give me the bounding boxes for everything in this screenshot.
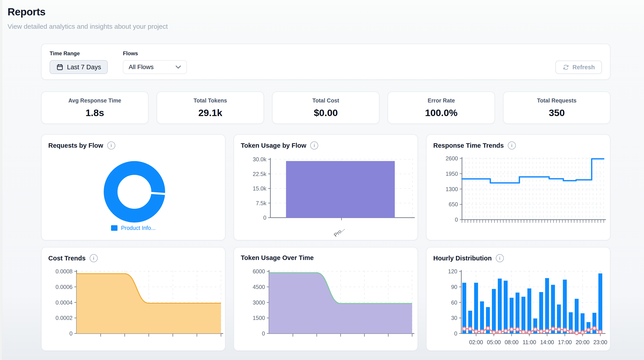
stat-label: Total Tokens: [194, 97, 227, 104]
stat-label: Total Requests: [537, 97, 576, 104]
time-range-button[interactable]: Last 7 Days: [50, 60, 108, 74]
refresh-button[interactable]: Refresh: [556, 61, 602, 74]
line-chart-response-time-trends[interactable]: 0650130019502600: [426, 135, 610, 240]
svg-text:17:00: 17:00: [558, 339, 572, 345]
chart-title: Requests by Flow: [48, 142, 103, 149]
info-icon[interactable]: i: [90, 254, 98, 262]
info-icon[interactable]: i: [310, 141, 318, 149]
flows-select[interactable]: All Flows: [123, 60, 187, 74]
stat-label: Avg Response Time: [68, 97, 121, 104]
stat-value: 29.1k: [198, 107, 222, 118]
svg-text:1950: 1950: [446, 171, 458, 177]
chart-title: Token Usage Over Time: [241, 254, 314, 262]
svg-text:11:00: 11:00: [522, 339, 536, 345]
svg-text:0: 0: [263, 215, 266, 221]
flows-group: Flows All Flows: [123, 50, 187, 74]
area-chart-token-usage-over-time[interactable]: 01500300045006000: [234, 248, 418, 350]
info-icon[interactable]: i: [107, 141, 115, 149]
svg-text:4500: 4500: [252, 284, 265, 290]
chart-card-response-time-trends: Response Time Trends i 0650130019502600: [426, 134, 610, 240]
svg-text:0: 0: [262, 330, 265, 337]
legend-label: Product Info...: [121, 225, 156, 231]
svg-text:0: 0: [454, 330, 457, 337]
bar-line-chart-hourly-distribution[interactable]: 0306090120 02:0005:0008:0011:0014:0017:0…: [426, 248, 610, 350]
stat-value: 100.0%: [425, 107, 458, 118]
stat-card-avg-response-time: Avg Response Time 1.8s: [41, 92, 148, 124]
stat-card-total-requests: Total Requests 350: [503, 92, 610, 124]
stat-card-error-rate: Error Rate 100.0%: [388, 92, 495, 124]
reports-content: Time Range Last 7 Days Flows All Flows: [41, 44, 610, 351]
chart-title: Cost Trends: [48, 255, 86, 262]
svg-text:6000: 6000: [252, 268, 265, 274]
chart-card-hourly-distribution: Hourly Distribution i 0306090120 02:0005…: [426, 247, 610, 351]
svg-text:30: 30: [451, 315, 457, 321]
donut-chart-requests-by-flow[interactable]: [42, 135, 225, 240]
svg-text:0.0006: 0.0006: [56, 284, 72, 290]
svg-text:0.0004: 0.0004: [56, 299, 73, 306]
svg-text:23:00: 23:00: [593, 339, 607, 345]
chart-card-cost-trends: Cost Trends i 00.00020.00040.00060.0008: [41, 247, 226, 351]
svg-text:3000: 3000: [252, 299, 265, 306]
svg-text:30.0k: 30.0k: [253, 156, 266, 162]
svg-text:2600: 2600: [446, 155, 458, 161]
svg-text:60: 60: [451, 299, 457, 306]
flows-label: Flows: [123, 50, 187, 57]
page-title: Reports: [8, 6, 644, 18]
legend-swatch: [111, 225, 118, 231]
svg-text:02:00: 02:00: [469, 339, 483, 345]
svg-text:0: 0: [70, 330, 72, 337]
svg-text:7.5k: 7.5k: [256, 200, 266, 206]
refresh-label: Refresh: [572, 64, 595, 71]
charts-row-2: Cost Trends i 00.00020.00040.00060.0008 …: [41, 247, 610, 351]
stat-value: 350: [549, 107, 565, 118]
info-icon[interactable]: i: [508, 141, 516, 149]
legend-item-product-info[interactable]: Product Info...: [42, 225, 225, 231]
svg-text:0.0002: 0.0002: [56, 315, 72, 321]
stat-label: Error Rate: [428, 97, 455, 104]
svg-text:1300: 1300: [446, 186, 458, 192]
viewport-left-edge: [0, 0, 2, 360]
svg-text:650: 650: [448, 201, 458, 207]
time-range-label: Time Range: [50, 50, 108, 57]
svg-text:08:00: 08:00: [505, 339, 519, 345]
time-range-group: Time Range Last 7 Days: [50, 50, 108, 74]
chart-title: Response Time Trends: [433, 142, 504, 149]
info-icon[interactable]: i: [496, 254, 504, 262]
svg-text:14:00: 14:00: [540, 339, 554, 345]
time-range-value: Last 7 Days: [67, 64, 101, 71]
stat-card-total-cost: Total Cost $0.00: [272, 92, 380, 124]
page-header: Reports View detailed analytics and insi…: [0, 0, 644, 30]
svg-text:1500: 1500: [252, 315, 265, 321]
page-subtitle: View detailed analytics and insights abo…: [8, 23, 644, 30]
bar-chart-token-usage-by-flow[interactable]: 07.5k15.0k22.5k30.0k Pro...: [234, 135, 418, 240]
chart-title: Token Usage by Flow: [241, 142, 306, 149]
svg-text:0: 0: [455, 217, 458, 223]
stat-value: $0.00: [314, 107, 338, 118]
svg-text:22.5k: 22.5k: [253, 171, 266, 177]
chart-title: Hourly Distribution: [433, 255, 492, 262]
svg-text:90: 90: [451, 284, 457, 290]
svg-text:15.0k: 15.0k: [253, 185, 266, 192]
refresh-icon: [562, 64, 569, 71]
flows-select-value: All Flows: [128, 64, 154, 71]
calendar-icon: [56, 64, 64, 71]
stat-value: 1.8s: [86, 107, 104, 118]
svg-text:20:00: 20:00: [576, 339, 590, 345]
chart-card-token-usage-over-time: Token Usage Over Time i 0150030004500600…: [234, 247, 418, 351]
stats-row: Avg Response Time 1.8s Total Tokens 29.1…: [41, 92, 610, 124]
stat-label: Total Cost: [312, 97, 339, 104]
svg-text:Pro...: Pro...: [333, 226, 346, 238]
charts-row-1: Requests by Flow i Product Info... Token…: [41, 134, 610, 240]
stat-card-total-tokens: Total Tokens 29.1k: [157, 92, 264, 124]
chevron-down-icon: [175, 65, 181, 69]
chart-card-token-usage-by-flow: Token Usage by Flow i 07.5k15.0k22.5k30.…: [234, 134, 418, 240]
svg-text:05:00: 05:00: [487, 339, 501, 345]
area-chart-cost-trends[interactable]: 00.00020.00040.00060.0008: [42, 248, 225, 350]
chart-card-requests-by-flow: Requests by Flow i Product Info...: [41, 134, 226, 240]
svg-text:120: 120: [448, 268, 457, 274]
filter-bar: Time Range Last 7 Days Flows All Flows: [41, 44, 610, 80]
svg-text:0.0008: 0.0008: [56, 268, 72, 274]
